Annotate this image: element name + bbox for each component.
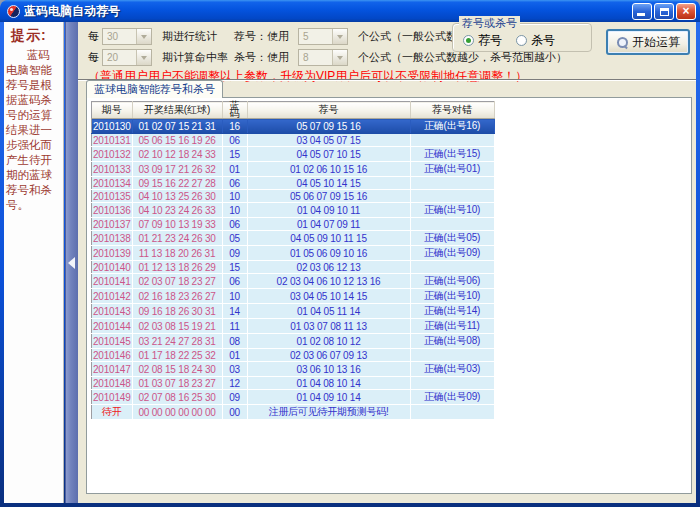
cell-reds: 04 10 13 25 26 30: [132, 190, 222, 203]
cell-blue: 10: [222, 190, 247, 203]
cell-reds: 02 16 18 23 26 27: [132, 289, 222, 304]
hitrate-period-select[interactable]: 20: [102, 49, 152, 66]
minimize-button[interactable]: [632, 3, 652, 20]
table-row[interactable]: 201014902 07 08 16 25 300901 04 09 10 14…: [92, 390, 495, 405]
cell-reds: 02 03 08 15 19 21: [132, 319, 222, 334]
header-red-results[interactable]: 开奖结果(红球): [132, 102, 222, 119]
close-icon: ×: [682, 4, 689, 18]
cell-period: 待开: [92, 405, 133, 420]
table-row[interactable]: 201013105 06 15 16 19 260603 04 05 07 15: [92, 134, 495, 147]
cell-reds: 01 03 07 18 23 27: [132, 377, 222, 390]
table-row[interactable]: 201014801 03 07 18 23 271201 04 08 10 14: [92, 377, 495, 390]
cell-period: 2010147: [92, 362, 133, 377]
collapse-left-arrow-icon: [68, 257, 75, 269]
kill-use-label: 杀号：使用: [234, 50, 298, 65]
title-bar: 蓝码电脑自动荐号 ×: [0, 0, 700, 22]
table-row[interactable]: 201013001 02 07 15 21 311605 07 09 15 16…: [92, 119, 495, 134]
cell-reds: 09 16 18 26 30 31: [132, 304, 222, 319]
header-blue-code[interactable]: 蓝 码: [222, 102, 247, 119]
table-row[interactable]: 201014402 03 08 15 19 211101 03 07 08 11…: [92, 319, 495, 334]
radio-kill-label: 杀号: [531, 32, 555, 49]
table-row[interactable]: 201013604 10 23 24 26 331001 04 09 10 11…: [92, 203, 495, 218]
cell-period: 2010135: [92, 190, 133, 203]
table-row[interactable]: 201013504 10 13 25 26 301005 06 07 09 15…: [92, 190, 495, 203]
table-row[interactable]: 201013303 09 17 21 26 320101 02 06 10 15…: [92, 162, 495, 177]
tab-label: 蓝球电脑智能荐号和杀号: [94, 82, 215, 97]
cell-reds: 02 07 08 16 25 30: [132, 390, 222, 405]
sidebar-splitter[interactable]: [65, 22, 78, 503]
kill-formula-value: 8: [299, 52, 332, 63]
table-row[interactable]: 201014102 03 07 18 23 270602 03 04 06 10…: [92, 274, 495, 289]
app-window: 蓝码电脑自动荐号 × 提示: 蓝码电脑智能荐号是根据蓝码杀号的运算结果进一步强化…: [0, 0, 700, 507]
cell-blue: 06: [222, 274, 247, 289]
cell-reds: 03 21 24 27 28 31: [132, 334, 222, 349]
cell-result: 正确(出号09): [410, 246, 494, 261]
restore-button[interactable]: [654, 3, 674, 20]
cell-picks: 05 07 09 15 16: [247, 119, 410, 134]
cell-picks: 03 06 10 13 16: [247, 362, 410, 377]
table-row[interactable]: 201013202 10 12 18 24 331504 05 07 10 15…: [92, 147, 495, 162]
cell-blue: 06: [222, 218, 247, 231]
cell-picks: 01 02 06 10 15 16: [247, 162, 410, 177]
cell-period: 2010139: [92, 246, 133, 261]
table-row[interactable]: 201014001 12 13 18 26 291502 03 06 12 13: [92, 261, 495, 274]
radio-icon: [463, 35, 474, 46]
table-row[interactable]: 201013707 09 10 13 19 330601 04 07 09 11: [92, 218, 495, 231]
cell-blue: 11: [222, 319, 247, 334]
cell-picks: 01 04 09 10 11: [247, 203, 410, 218]
dropdown-arrow-icon: [136, 50, 151, 65]
table-row[interactable]: 201014309 16 18 26 30 311401 04 05 11 14…: [92, 304, 495, 319]
cell-blue: 15: [222, 261, 247, 274]
tip-body: 蓝码电脑智能荐号是根据蓝码杀号的运算结果进一步强化而产生待开期的蓝球荐号和杀号。: [6, 48, 61, 213]
cell-period: 2010130: [92, 119, 133, 134]
cell-result: [410, 349, 494, 362]
table-row[interactable]: 201013801 21 23 24 26 300504 05 09 10 11…: [92, 231, 495, 246]
radio-kill[interactable]: 杀号: [516, 32, 555, 49]
cell-blue: 01: [222, 349, 247, 362]
cell-blue: 06: [222, 177, 247, 190]
header-result[interactable]: 荐号对错: [410, 102, 494, 119]
cell-blue: 12: [222, 377, 247, 390]
header-picks[interactable]: 荐号: [247, 102, 410, 119]
cell-result: 正确(出号01): [410, 162, 494, 177]
cell-period: 2010143: [92, 304, 133, 319]
cell-reds: 01 21 23 24 26 30: [132, 231, 222, 246]
cell-result: 正确(出号03): [410, 362, 494, 377]
stats-period-label: 期进行统计: [162, 29, 234, 44]
header-period[interactable]: 期号: [92, 102, 133, 119]
app-icon: [7, 5, 20, 18]
minimize-icon: [637, 13, 645, 16]
cell-period: 2010137: [92, 218, 133, 231]
start-calculation-button[interactable]: 开始运算: [606, 29, 690, 55]
close-button[interactable]: ×: [676, 3, 696, 20]
cell-blue: 06: [222, 134, 247, 147]
radio-recommend[interactable]: 荐号: [463, 32, 502, 49]
radio-recommend-label: 荐号: [478, 32, 502, 49]
cell-reds: 02 10 12 18 24 33: [132, 147, 222, 162]
table-row[interactable]: 201013409 15 16 22 27 280604 05 10 14 15: [92, 177, 495, 190]
table-row[interactable]: 201014202 16 18 23 26 271003 04 05 10 14…: [92, 289, 495, 304]
table-row[interactable]: 待开00 00 00 00 00 0000注册后可见待开期预测号码!: [92, 405, 495, 420]
cell-picks: 01 04 07 09 11: [247, 218, 410, 231]
recommend-formula-select[interactable]: 5: [298, 28, 348, 45]
tab-blue-ball-smart[interactable]: 蓝球电脑智能荐号和杀号: [86, 80, 223, 98]
every-label-2: 每: [88, 50, 102, 65]
kill-formula-select[interactable]: 8: [298, 49, 348, 66]
cell-result: 正确(出号05): [410, 231, 494, 246]
cell-reds: 07 09 10 13 19 33: [132, 218, 222, 231]
start-calculation-label: 开始运算: [632, 34, 680, 51]
table-row[interactable]: 201014601 17 18 22 25 320102 03 06 07 09…: [92, 349, 495, 362]
cell-picks: 03 04 05 07 15: [247, 134, 410, 147]
cell-reds: 02 08 15 18 24 30: [132, 362, 222, 377]
cell-result: [410, 405, 494, 420]
table-row[interactable]: 201013911 13 18 20 26 310901 05 06 09 10…: [92, 246, 495, 261]
table-row[interactable]: 201014503 21 24 27 28 310801 02 08 10 12…: [92, 334, 495, 349]
stats-period-select[interactable]: 30: [102, 28, 152, 45]
table-row[interactable]: 201014702 08 15 18 24 300303 06 10 13 16…: [92, 362, 495, 377]
cell-result: 正确(出号08): [410, 334, 494, 349]
cell-picks: 01 03 07 08 11 13: [247, 319, 410, 334]
cell-reds: 00 00 00 00 00 00: [132, 405, 222, 420]
recommend-formula-value: 5: [299, 31, 332, 42]
recommend-use-label: 荐号：使用: [234, 29, 298, 44]
cell-blue: 15: [222, 147, 247, 162]
